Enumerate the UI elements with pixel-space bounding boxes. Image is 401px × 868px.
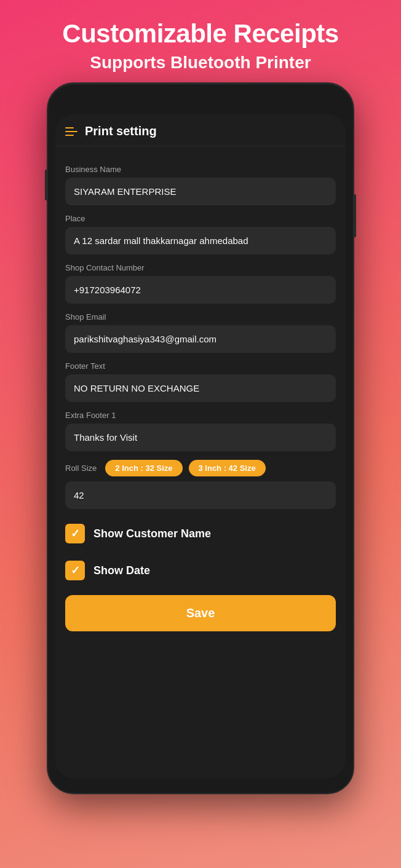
phone-notch <box>164 95 237 107</box>
roll-btn-2inch[interactable]: 2 Inch : 32 Size <box>105 460 182 476</box>
business-name-label: Business Name <box>65 165 336 174</box>
roll-btn-3inch[interactable]: 3 Inch : 42 Size <box>189 460 266 476</box>
menu-icon[interactable] <box>65 127 77 136</box>
roll-value-input[interactable]: 42 <box>65 481 336 509</box>
app-title: Print setting <box>85 124 157 138</box>
show-date-row[interactable]: Show Date <box>65 558 336 583</box>
save-button[interactable]: Save <box>65 595 336 631</box>
extra-footer-input[interactable]: Thanks for Visit <box>65 424 336 451</box>
email-label: Shop Email <box>65 312 336 322</box>
top-header: Customizable Receipts Supports Bluetooth… <box>0 0 401 82</box>
phone-screen: Print setting Business Name SIYARAM ENTE… <box>55 114 346 778</box>
app-bar: Print setting <box>55 114 346 146</box>
phone-frame: Print setting Business Name SIYARAM ENTE… <box>47 82 354 794</box>
footer-text-input[interactable]: NO RETURN NO EXCHANGE <box>65 374 336 402</box>
main-title: Customizable Receipts <box>12 20 389 48</box>
show-customer-name-row[interactable]: Show Customer Name <box>65 521 336 546</box>
show-date-label: Show Date <box>93 564 150 577</box>
sub-title: Supports Bluetooth Printer <box>12 53 389 73</box>
contact-input[interactable]: +917203964072 <box>65 276 336 304</box>
scroll-content: Business Name SIYARAM ENTERPRISE Place A… <box>55 146 346 631</box>
show-customer-name-checkbox[interactable] <box>65 524 85 543</box>
place-label: Place <box>65 214 336 223</box>
show-date-checkbox[interactable] <box>65 561 85 580</box>
footer-text-label: Footer Text <box>65 361 336 371</box>
roll-size-row: Roll Size 2 Inch : 32 Size 3 Inch : 42 S… <box>65 460 336 476</box>
show-customer-name-label: Show Customer Name <box>93 527 211 540</box>
extra-footer-label: Extra Footer 1 <box>65 411 336 420</box>
place-input[interactable]: A 12 sardar mall thakkarnagar ahmedabad <box>65 227 336 254</box>
roll-size-label: Roll Size <box>65 464 97 473</box>
email-input[interactable]: parikshitvaghasiya343@gmail.com <box>65 325 336 353</box>
contact-label: Shop Contact Number <box>65 263 336 272</box>
business-name-input[interactable]: SIYARAM ENTERPRISE <box>65 178 336 205</box>
